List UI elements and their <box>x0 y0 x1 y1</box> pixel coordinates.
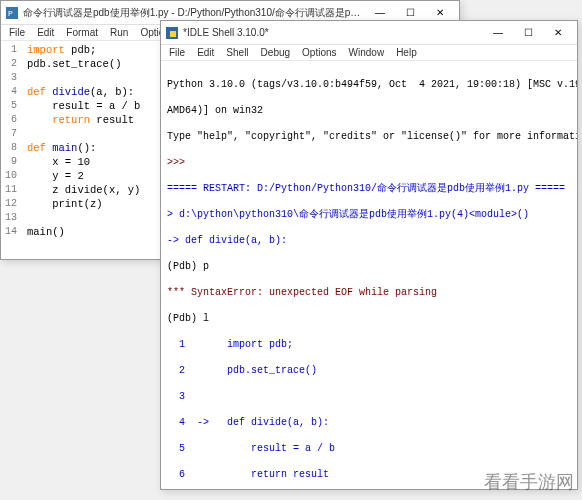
restart-banner: ===== RESTART: D:/Python/Python310/命令行调试… <box>167 183 565 194</box>
line-number: 1 <box>1 43 17 57</box>
pdb-src: 6 return result <box>167 469 329 480</box>
line-number: 7 <box>1 127 17 141</box>
code-token: import <box>27 44 65 56</box>
syntax-error: *** SyntaxError: unexpected EOF while pa… <box>167 287 437 298</box>
pdb-prompt: (Pdb) l <box>167 313 209 324</box>
menu-shell[interactable]: Shell <box>226 47 248 58</box>
line-number: 6 <box>1 113 17 127</box>
line-number: 11 <box>1 183 17 197</box>
line-number: 8 <box>1 141 17 155</box>
code-token: result <box>90 114 134 126</box>
pdb-src: 5 result = a / b <box>167 443 335 454</box>
menu-run[interactable]: Run <box>110 27 128 38</box>
menu-edit[interactable]: Edit <box>37 27 54 38</box>
menu-window[interactable]: Window <box>349 47 385 58</box>
svg-text:P: P <box>8 9 13 18</box>
line-number: 14 <box>1 225 17 239</box>
line-number: 3 <box>1 71 17 85</box>
code-token: (a, b): <box>90 86 134 98</box>
idle-shell-icon <box>165 26 179 40</box>
code-token: print(z) <box>27 198 103 210</box>
code-token: return <box>52 114 90 126</box>
minimize-button[interactable]: — <box>483 22 513 44</box>
shell-titlebar[interactable]: *IDLE Shell 3.10.0* — ☐ ✕ <box>161 21 577 45</box>
code-token: main <box>52 142 77 154</box>
shell-window: *IDLE Shell 3.10.0* — ☐ ✕ File Edit Shel… <box>160 20 578 490</box>
shell-banner: AMD64)] on win32 <box>167 105 263 116</box>
menu-edit[interactable]: Edit <box>197 47 214 58</box>
line-number: 4 <box>1 85 17 99</box>
maximize-button[interactable]: ☐ <box>513 22 543 44</box>
code-token: result = a / b <box>27 100 140 112</box>
shell-menubar: File Edit Shell Debug Options Window Hel… <box>161 45 577 61</box>
line-number: 13 <box>1 211 17 225</box>
code-token: def <box>27 86 46 98</box>
line-number: 2 <box>1 57 17 71</box>
code-token: divide <box>52 86 90 98</box>
shell-output[interactable]: Python 3.10.0 (tags/v3.10.0:b494f59, Oct… <box>161 61 577 485</box>
close-button[interactable]: ✕ <box>543 22 573 44</box>
pdb-src: 4 -> def divide(a, b): <box>167 417 329 428</box>
code-token: z divide(x, y) <box>27 184 140 196</box>
menu-debug[interactable]: Debug <box>261 47 290 58</box>
line-number: 9 <box>1 155 17 169</box>
code-token: (): <box>77 142 96 154</box>
pdb-src: 3 <box>167 391 197 402</box>
code-token: main() <box>27 226 65 238</box>
code-token: x = 10 <box>27 156 90 168</box>
shell-window-title: *IDLE Shell 3.10.0* <box>183 27 483 38</box>
editor-window-title: 命令行调试器是pdb使用举例1.py - D:/Python/Python310… <box>23 6 365 20</box>
pdb-current-line: -> def divide(a, b): <box>167 235 287 246</box>
svg-rect-3 <box>170 31 176 37</box>
menu-format[interactable]: Format <box>66 27 98 38</box>
pdb-location: > d:\python\python310\命令行调试器是pdb使用举例1.py… <box>167 209 529 220</box>
python-file-icon: P <box>5 6 19 20</box>
pdb-src: 2 pdb.set_trace() <box>167 365 317 376</box>
pdb-prompt: (Pdb) p <box>167 261 209 272</box>
line-number: 10 <box>1 169 17 183</box>
menu-options[interactable]: Options <box>302 47 336 58</box>
code-token: pdb; <box>65 44 97 56</box>
line-number: 12 <box>1 197 17 211</box>
shell-window-controls: — ☐ ✕ <box>483 22 573 44</box>
shell-prompt: >>> <box>167 157 185 168</box>
code-token: pdb.set_trace() <box>27 58 122 70</box>
line-number: 5 <box>1 99 17 113</box>
line-gutter: 1234567891011121314 <box>1 41 21 255</box>
code-token: y = 2 <box>27 170 84 182</box>
menu-file[interactable]: File <box>9 27 25 38</box>
menu-file[interactable]: File <box>169 47 185 58</box>
menu-help[interactable]: Help <box>396 47 417 58</box>
shell-banner: Type "help", "copyright", "credits" or "… <box>167 131 577 142</box>
code-token <box>27 114 52 126</box>
code-token: def <box>27 142 46 154</box>
shell-banner: Python 3.10.0 (tags/v3.10.0:b494f59, Oct… <box>167 79 577 90</box>
pdb-src: 1 import pdb; <box>167 339 293 350</box>
